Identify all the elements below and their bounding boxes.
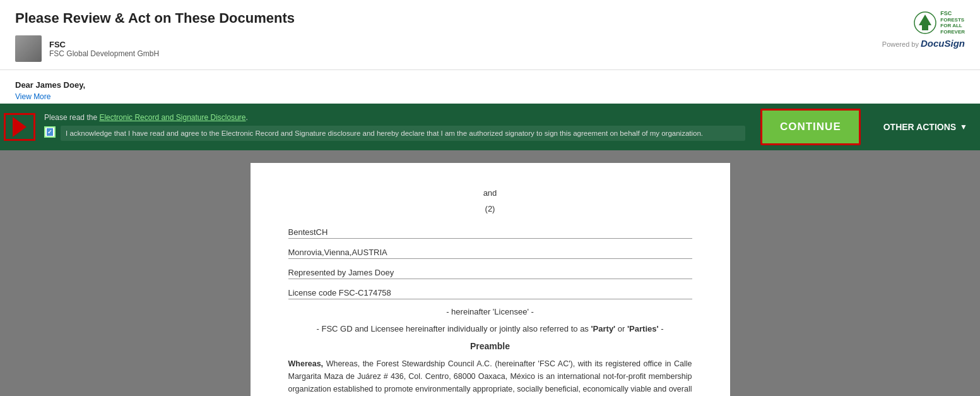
view-more-link[interactable]: View More [15, 92, 965, 101]
svg-marker-1 [919, 15, 931, 30]
doc-party-text: - FSC GD and Licensee hereinafter indivi… [288, 324, 692, 333]
greeting-text: Dear James Doey, [15, 80, 965, 90]
acknowledge-row: ✓ I acknowledge that I have read and agr… [44, 126, 745, 141]
continue-button[interactable]: CONTINUE [760, 109, 861, 145]
doc-field-2: Represented by James Doey [288, 264, 692, 279]
doc-field-1: Monrovia,Vienna,AUSTRIA [288, 244, 692, 259]
document-page: and (2) BentestCH Monrovia,Vienna,AUSTRI… [251, 163, 730, 396]
checkmark-icon: ✓ [47, 129, 52, 135]
header-left: Please Review & Act on These Documents F… [15, 10, 295, 62]
acknowledge-checkbox[interactable]: ✓ [44, 126, 56, 138]
doc-hereinafter: - hereinafter 'Licensee' - [288, 307, 692, 316]
doc-field-0: BentestCH [288, 224, 692, 239]
header-right: FSC FORESTS FOR ALL FOREVER Powered by D… [882, 10, 965, 49]
page-title: Please Review & Act on These Documents [15, 10, 295, 27]
docusign-branding: Powered by DocuSign [882, 38, 965, 49]
avatar [15, 35, 42, 62]
fsc-logo-text: FSC FORESTS FOR ALL FOREVER [940, 10, 965, 35]
doc-and: and [288, 188, 692, 198]
doc-preamble-heading: Preamble [288, 341, 692, 351]
avatar-image [15, 35, 42, 62]
fsc-tree-icon [914, 11, 936, 34]
arrow-icon [13, 117, 27, 137]
disclosure-bar: Please read the Electronic Record and Si… [0, 104, 980, 150]
doc-field-3: License code FSC-C174758 [288, 284, 692, 299]
other-actions-label: OTHER ACTIONS [883, 122, 956, 132]
checkbox-checked: ✓ [47, 128, 53, 136]
document-area: and (2) BentestCH Monrovia,Vienna,AUSTRI… [0, 150, 980, 396]
chevron-down-icon: ▼ [960, 123, 967, 131]
continue-btn-wrapper: CONTINUE [750, 109, 871, 145]
other-actions-menu[interactable]: OTHER ACTIONS ▼ [871, 122, 980, 132]
disclosure-content: Please read the Electronic Record and Si… [39, 113, 750, 141]
sender-info: FSC FSC Global Development GmbH [49, 40, 159, 58]
sender-organization: FSC Global Development GmbH [49, 49, 159, 58]
sender-row: FSC FSC Global Development GmbH [15, 35, 295, 62]
page-header: Please Review & Act on These Documents F… [0, 0, 980, 70]
greeting-section: Dear James Doey, View More [0, 70, 980, 104]
arrow-indicator [4, 113, 35, 141]
docusign-logo: DocuSign [921, 38, 965, 49]
disclosure-note: Please read the Electronic Record and Si… [44, 113, 745, 122]
doc-item-number: (2) [288, 204, 692, 213]
sender-name: FSC [49, 40, 159, 49]
fsc-logo: FSC FORESTS FOR ALL FOREVER [914, 10, 965, 35]
doc-preamble-text: Whereas, Whereas, the Forest Stewardship… [288, 357, 692, 396]
acknowledge-text: I acknowledge that I have read and agree… [61, 126, 745, 141]
disclosure-link[interactable]: Electronic Record and Signature Disclosu… [99, 113, 245, 122]
